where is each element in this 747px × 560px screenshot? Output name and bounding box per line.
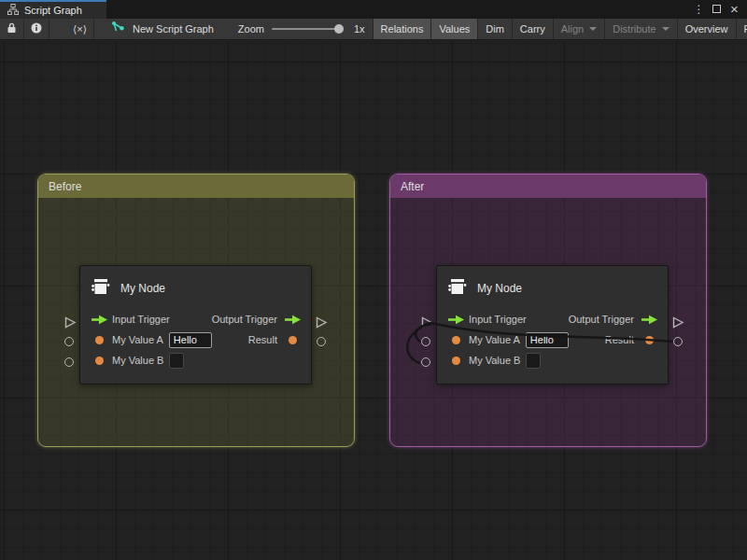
value-b-input[interactable] — [526, 353, 541, 369]
outer-trigger-port[interactable] — [316, 315, 328, 332]
outer-trigger-port[interactable] — [421, 315, 433, 332]
value-a-input[interactable] — [526, 332, 569, 348]
info-icon — [31, 22, 42, 35]
distribute-dropdown: Distribute — [605, 19, 677, 39]
graph-canvas[interactable]: Before After My Nod — [0, 41, 747, 560]
port-label: My Value B — [112, 355, 163, 366]
value-input-port-icon[interactable] — [90, 336, 108, 344]
trigger-output-port-icon[interactable] — [283, 315, 302, 325]
script-graph-window: Script Graph ⋮ × — [0, 0, 747, 560]
port-label: My Value A — [112, 334, 163, 345]
value-input-port-icon[interactable] — [446, 336, 465, 344]
menu-icon[interactable]: ⋮ — [692, 2, 706, 17]
group-after-header[interactable]: After — [390, 175, 706, 198]
graph-name-label[interactable]: New Script Graph — [125, 19, 221, 39]
lock-button[interactable] — [0, 19, 24, 39]
dim-toggle[interactable]: Dim — [478, 19, 513, 39]
tab-title: Script Graph — [24, 5, 82, 16]
outer-trigger-port[interactable] — [64, 315, 77, 332]
lock-icon — [7, 22, 17, 35]
outer-trigger-port[interactable] — [672, 315, 684, 332]
unit-node-icon — [90, 276, 111, 301]
node-header: My Node — [80, 266, 311, 309]
tab-script-graph[interactable]: Script Graph — [0, 0, 106, 19]
trigger-input-port-icon[interactable] — [446, 315, 465, 325]
value-output-port-icon[interactable] — [283, 336, 302, 344]
outer-value-port[interactable] — [317, 337, 326, 346]
graph-hierarchy-icon — [7, 2, 19, 19]
node-title: My Node — [120, 282, 165, 295]
node-row-trigger: Input Trigger Output Trigger — [437, 309, 668, 329]
outer-value-port[interactable] — [64, 337, 74, 346]
node-my-node-before[interactable]: My Node Input Trigger Output Trigger — [79, 265, 312, 385]
node-row-value-b: My Value B — [437, 350, 668, 371]
node-row-value-a: My Value A Result — [437, 329, 668, 350]
port-label: Input Trigger — [112, 314, 170, 325]
graph-icon — [111, 21, 125, 37]
port-label: Result — [248, 334, 277, 345]
node-row-value-b: My Value B — [80, 350, 311, 371]
port-label: My Value B — [469, 355, 520, 366]
port-label: Output Trigger — [212, 314, 277, 325]
trigger-input-port-icon[interactable] — [90, 315, 108, 325]
relations-toggle[interactable]: Relations — [374, 19, 432, 39]
carry-toggle[interactable]: Carry — [513, 19, 554, 39]
zoom-slider[interactable] — [272, 28, 339, 30]
inspect-button[interactable] — [24, 19, 49, 39]
graph-toolbar: ⟨×⟩ New Script Graph Zoom 1x Relations V… — [0, 19, 747, 40]
title-bar: Script Graph ⋮ × — [0, 0, 747, 19]
chevron-down-icon — [589, 27, 597, 31]
values-toggle[interactable]: Values — [431, 19, 478, 39]
window-controls: ⋮ × — [692, 0, 747, 19]
node-my-node-after[interactable]: My Node Input Trigger Output Trigger — [436, 265, 669, 385]
node-row-value-a: My Value A Result — [80, 329, 311, 350]
unit-node-icon — [446, 276, 468, 301]
code-preview-button[interactable]: ⟨×⟩ — [66, 19, 93, 39]
group-before-header[interactable]: Before — [38, 175, 354, 198]
toolbar-right-group: Relations Values Dim Carry Align Distrib… — [373, 19, 747, 39]
outer-value-port[interactable] — [64, 357, 74, 367]
node-title: My Node — [477, 282, 522, 295]
outer-value-port[interactable] — [421, 337, 430, 346]
value-input-port-icon[interactable] — [90, 357, 108, 365]
value-b-input[interactable] — [169, 353, 184, 369]
node-header: My Node — [437, 266, 668, 309]
value-output-port-icon[interactable] — [640, 336, 658, 344]
group-title: After — [401, 180, 424, 193]
value-a-input[interactable] — [169, 332, 212, 348]
chevron-down-icon — [662, 27, 669, 31]
overview-button[interactable]: Overview — [678, 19, 737, 39]
code-toggle-icon: ⟨×⟩ — [73, 23, 87, 35]
align-dropdown: Align — [554, 19, 605, 39]
zoom-slider-knob[interactable] — [334, 24, 344, 34]
port-label: Input Trigger — [469, 314, 527, 325]
zoom-value: 1x — [346, 19, 373, 39]
outer-value-port[interactable] — [421, 357, 430, 367]
close-icon[interactable]: × — [727, 2, 741, 17]
maximize-icon[interactable] — [710, 2, 724, 17]
outer-value-port[interactable] — [673, 337, 683, 346]
port-label: My Value A — [469, 334, 520, 345]
zoom-label: Zoom — [231, 19, 272, 39]
node-row-trigger: Input Trigger Output Trigger — [80, 309, 311, 329]
full-screen-button[interactable]: Full Screen — [737, 19, 747, 39]
value-input-port-icon[interactable] — [446, 357, 465, 365]
trigger-output-port-icon[interactable] — [640, 315, 658, 325]
group-title: Before — [49, 180, 81, 193]
port-label: Result — [605, 334, 634, 345]
port-label: Output Trigger — [569, 314, 634, 325]
